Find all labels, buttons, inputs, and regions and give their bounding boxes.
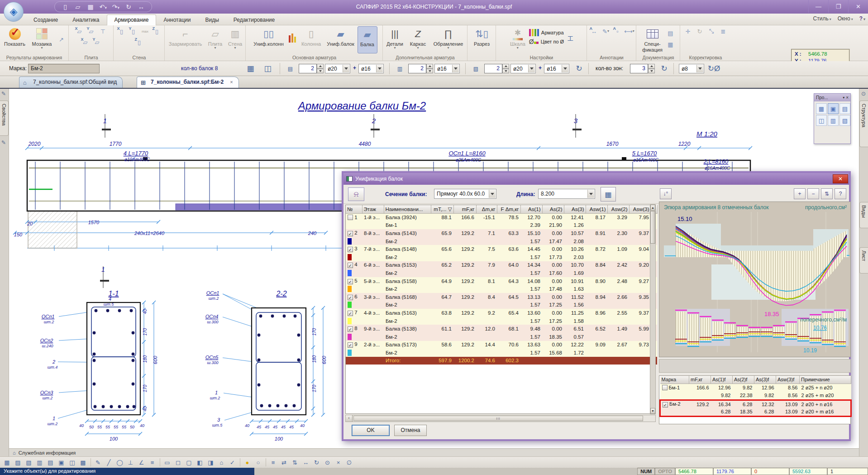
beam-row[interactable]: ✓ 74-й э...Балка (5163)63.8129.29.265.41… [346, 309, 657, 317]
unify-columns-button[interactable]: ▯▯ Униф.колонн [252, 26, 286, 53]
document-tab-1[interactable]: ⌂7_колонны_балки.spf:Общий вид [19, 77, 123, 88]
mid-rebar-icon[interactable]: ▥ [394, 62, 406, 75]
menu-tab-1[interactable]: Создание [26, 15, 65, 25]
center-mark-icon[interactable]: ⊙ [322, 458, 333, 467]
right-panel-tab-1[interactable]: Структура [859, 101, 868, 147]
scale-button[interactable]: ✱ Шкала▾ [507, 26, 528, 53]
beam-row-mark[interactable]: Бм-21.5717.732.03 [346, 253, 657, 261]
summary-table[interactable]: МаркаmF,кгAs(1)fAs(2)fAs(3)fAsw(3)fПриме… [659, 376, 852, 417]
top-rebar-spinner[interactable] [317, 64, 324, 73]
view-tool-icon[interactable]: ▦ [816, 103, 827, 114]
light-off-icon[interactable]: ○ [253, 458, 263, 467]
beam-row-mark[interactable]: Бм-21.5717.472.08 [346, 237, 657, 245]
checkbox-checked[interactable]: ✓ [348, 295, 353, 300]
align-icon[interactable]: ⤡ [706, 26, 717, 36]
dialog-close-button[interactable]: ✕ [833, 174, 848, 183]
refresh-stirrups-icon[interactable]: ↻Ø [708, 62, 720, 75]
parallel-icon[interactable]: ≡ [147, 458, 157, 467]
mid-rebar-count-field[interactable]: 2 [408, 64, 426, 73]
column-header[interactable]: Asw(1) [586, 205, 607, 213]
drawing-sheet-icon[interactable]: ▦ [665, 39, 676, 49]
top-rebar-count-field[interactable]: 2 [299, 64, 317, 73]
summary-column-header[interactable]: Марка [660, 376, 689, 384]
app-logo-icon[interactable]: ◈ [4, 2, 24, 22]
scroll-up-icon[interactable]: ▲ [650, 205, 655, 211]
mark-field[interactable]: Бм-2 [28, 64, 100, 73]
scroll-thumb[interactable] [650, 211, 655, 244]
ortho-indicator[interactable]: ОРТО [655, 468, 675, 475]
column-header[interactable]: mT,... ▽ [431, 205, 453, 213]
summary-column-header[interactable]: Примечание [800, 376, 851, 384]
slab-x-icon[interactable]: X▱ [74, 26, 85, 36]
beam-row[interactable]: ✓ 89-й э...Балка (5138)61.1129.212.068.1… [346, 325, 657, 333]
mini-panel-collapse-icon[interactable]: ▾ [843, 96, 844, 100]
right-panel-tab-3[interactable]: Лист [859, 247, 868, 273]
column-header[interactable]: Наименовани... [384, 205, 431, 213]
remove-row-button[interactable]: − [807, 188, 819, 199]
menu-right-2[interactable]: Окно▾ [838, 15, 853, 22]
checkbox-checked[interactable]: ✓ [663, 402, 668, 408]
thermometer-icon[interactable]: ↓° [660, 188, 672, 199]
beam-row[interactable]: 11-й э...Балка (3924)88.1166.6-15.178.51… [346, 213, 657, 221]
column-button[interactable]: ▯ Колонна [299, 26, 324, 53]
snap-intersection-icon[interactable]: ▤ [45, 458, 56, 467]
section-button[interactable]: ⇅▯ Разрез [470, 26, 494, 53]
view-tool-icon[interactable]: ▧ [839, 115, 850, 126]
properties-pencil-icon[interactable]: ✎ [1, 91, 6, 97]
summary-column-header[interactable]: As(1)f [711, 376, 733, 384]
unify-beams-button[interactable]: ▰ Униф.балок [325, 26, 357, 53]
cage-button[interactable]: Z Каркас▾ [407, 26, 429, 53]
column-header[interactable]: Δm,кг [476, 205, 497, 213]
menu-tab-4[interactable]: Аннотации [156, 15, 198, 25]
half-right-icon[interactable]: ◨ [205, 458, 216, 467]
cancel-button[interactable]: Отмена [394, 425, 427, 436]
service-info-bar[interactable]: ⌂ Служебная информация [9, 448, 859, 456]
line-icon[interactable]: ╱ [104, 458, 114, 467]
expand-results-icon[interactable]: ↗ [56, 34, 67, 44]
checkbox-checked[interactable]: ✓ [348, 231, 353, 236]
add-row-button[interactable]: + [794, 188, 806, 199]
beam-row-mark[interactable]: Бм-21.5717.251.58 [346, 317, 657, 325]
unify-button[interactable]: ▦ [601, 187, 616, 202]
minimize-button[interactable]: — [808, 0, 828, 13]
checkbox-checked[interactable]: ✓ [348, 342, 353, 348]
frame-icon[interactable]: ◻ [173, 458, 183, 467]
checkbox-checked[interactable]: ✓ [348, 247, 353, 252]
hscroll-thumb[interactable]: III [353, 416, 643, 421]
zones-spinner[interactable] [648, 64, 655, 73]
move-icon[interactable]: ✛ [682, 26, 693, 36]
column-header[interactable]: F Δm,кг [497, 205, 520, 213]
top-diameter-combo[interactable]: ø20 [325, 64, 350, 73]
right-panel-tab-2[interactable]: Виды [859, 202, 868, 228]
snap-ortho-icon[interactable]: ▨ [13, 458, 23, 467]
document-tab-2[interactable]: ⊞7_колонны_балки.spf:Бм-2× [137, 77, 238, 88]
beam-row[interactable]: ✓ 63-й э...Балка (5168)64.7129.28.464.51… [346, 293, 657, 301]
checkbox-checked[interactable]: ✓ [348, 279, 353, 284]
ibeam-icon[interactable]: 工 [565, 33, 576, 43]
summary-column-header[interactable]: As(2)f [733, 376, 754, 384]
bottom-rebar-spinner[interactable] [502, 64, 509, 73]
summary-column-header[interactable]: mF,кг [689, 376, 711, 384]
stretch-icon[interactable]: ↔ [300, 458, 311, 467]
snap-midpoint-icon[interactable]: ▥ [34, 458, 45, 467]
beam-row[interactable]: ✓ 28-й э...Балка (5143)65.9129.27.163.31… [346, 229, 657, 237]
checkbox-checked[interactable]: ✓ [348, 263, 353, 268]
properties-tab[interactable]: Свойства [0, 101, 9, 136]
refresh-rebar-icon[interactable]: ↻ [573, 62, 585, 75]
summary-row-line2[interactable]: 6.2818.356.2813.092 ø20 + m ø16 [660, 408, 851, 416]
pen-icon[interactable]: ✎▾ [601, 26, 611, 36]
column-header[interactable]: As(3) [564, 205, 586, 213]
refresh-zones-icon[interactable]: ↻ [658, 62, 670, 75]
dialog-title-bar[interactable]: Унификация балок ✕ [343, 173, 849, 185]
column-header[interactable]: As(2) [542, 205, 564, 213]
menu-tab-2[interactable]: Аналитика [65, 15, 106, 25]
beam-row-mark[interactable]: Бм-21.5715.681.72 [346, 349, 657, 357]
column-header[interactable]: Asw(2) [607, 205, 629, 213]
viewport-icon[interactable]: ▭ [162, 458, 172, 467]
beam-length-combo[interactable]: 8.200 [538, 189, 595, 199]
sheet-icon[interactable]: ▤ [665, 28, 676, 38]
snap-center-icon[interactable]: ▣ [56, 458, 67, 467]
layers-icon[interactable]: ≡ [268, 458, 278, 467]
top-rebar-icon[interactable]: ▤ [284, 62, 296, 75]
column-header[interactable]: № [346, 205, 362, 213]
